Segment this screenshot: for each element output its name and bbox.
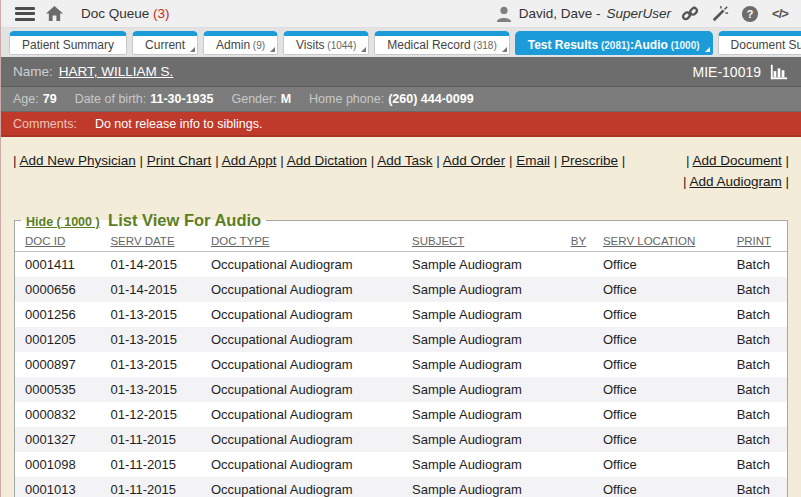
- col-header-subject[interactable]: SUBJECT: [402, 230, 561, 252]
- help-icon[interactable]: ?: [739, 3, 761, 25]
- tab-current[interactable]: Current: [132, 31, 198, 55]
- cell-by: [561, 277, 593, 302]
- user-icon: [495, 5, 513, 23]
- tab-document-summary[interactable]: Document Summary (3267): [718, 31, 801, 55]
- cell-serv-date: 01-11-2015: [100, 452, 201, 477]
- add-order-link[interactable]: Add Order: [443, 153, 505, 168]
- tab-label: Visits (1044): [296, 38, 356, 52]
- cell-doc-type: Occupational Audiogram: [201, 302, 402, 327]
- home-phone-field: Home phone:(260) 444-0099: [309, 92, 474, 106]
- tab-dropdown-arrow[interactable]: [270, 47, 275, 52]
- cell-serv-location: Office: [593, 402, 727, 427]
- table-row[interactable]: 000120501-13-2015Occupational AudiogramS…: [15, 327, 787, 352]
- doc-queue-count: (3): [153, 6, 170, 21]
- cell-serv-date: 01-13-2015: [100, 352, 201, 377]
- email-link[interactable]: Email: [516, 153, 550, 168]
- comments-bar: Comments: Do not release info to sibling…: [1, 112, 801, 137]
- wand-icon[interactable]: [709, 3, 731, 25]
- col-header-doc-type[interactable]: DOC TYPE: [201, 230, 402, 252]
- doc-queue-link[interactable]: Doc Queue (3): [81, 6, 170, 21]
- cell-print: Batch: [727, 352, 787, 377]
- audio-list-legend: Hide ( 1000 ) List View For Audio: [21, 211, 266, 230]
- cell-doc-id: 0001098: [15, 452, 100, 477]
- add-document-link[interactable]: Add Document: [692, 153, 781, 168]
- prescribe-link[interactable]: Prescribe: [561, 153, 618, 168]
- col-header-by[interactable]: BY: [561, 230, 593, 252]
- table-row[interactable]: 000132701-11-2015Occupational AudiogramS…: [15, 427, 787, 452]
- link-icon[interactable]: [679, 3, 701, 25]
- patient-name-bar: Name: HART, WILLIAM S. MIE-10019: [1, 57, 801, 87]
- tab-medical-record[interactable]: Medical Record (318): [374, 31, 510, 55]
- tab-test-results[interactable]: Test Results (2081):Audio (1000): [515, 31, 713, 55]
- cell-serv-location: Office: [593, 352, 727, 377]
- cell-doc-id: 0001411: [15, 251, 100, 277]
- table-row[interactable]: 000125601-13-2015Occupational AudiogramS…: [15, 302, 787, 327]
- table-header-row: DOC IDSERV DATEDOC TYPESUBJECTBYSERV LOC…: [15, 230, 787, 252]
- flowsheet-chart-icon[interactable]: [769, 63, 789, 81]
- tab-dropdown-arrow[interactable]: [361, 47, 366, 52]
- patient-name-link[interactable]: HART, WILLIAM S.: [59, 64, 174, 79]
- table-row[interactable]: 000101301-11-2015Occupational AudiogramS…: [15, 477, 787, 497]
- table-row[interactable]: 000141101-14-2015Occupational AudiogramS…: [15, 251, 787, 277]
- cell-doc-id: 0001013: [15, 477, 100, 497]
- cell-print: Batch: [727, 402, 787, 427]
- table-row[interactable]: 000053501-13-2015Occupational AudiogramS…: [15, 377, 787, 402]
- cell-serv-date: 01-11-2015: [100, 427, 201, 452]
- cell-by: [561, 427, 593, 452]
- tab-dropdown-arrow[interactable]: [502, 47, 507, 52]
- chart-id: MIE-10019: [693, 64, 761, 80]
- add-appt-link[interactable]: Add Appt: [222, 153, 277, 168]
- col-header-serv-date[interactable]: SERV DATE: [100, 230, 201, 252]
- topbar: Doc Queue (3) David, Dave - SuperUser ? …: [1, 0, 801, 28]
- user-role: SuperUser: [606, 6, 671, 21]
- col-header-serv-location[interactable]: SERV LOCATION: [593, 230, 727, 252]
- tab-dropdown-arrow[interactable]: [705, 47, 710, 52]
- user-menu[interactable]: David, Dave - SuperUser: [495, 5, 671, 23]
- tab-visits[interactable]: Visits (1044): [283, 31, 369, 55]
- cell-doc-type: Occupational Audiogram: [201, 427, 402, 452]
- col-header-doc-id[interactable]: DOC ID: [15, 230, 100, 252]
- add-audiogram-link[interactable]: Add Audiogram: [689, 174, 781, 189]
- print-chart-link[interactable]: Print Chart: [147, 153, 212, 168]
- cell-subject: Sample Audiogram: [402, 477, 561, 497]
- cell-print: Batch: [727, 427, 787, 452]
- tab-label: Medical Record (318): [387, 38, 497, 52]
- cell-doc-type: Occupational Audiogram: [201, 277, 402, 302]
- tab-admin[interactable]: Admin (9): [203, 31, 278, 55]
- cell-doc-id: 0000535: [15, 377, 100, 402]
- cell-serv-date: 01-11-2015: [100, 477, 201, 497]
- add-dictation-link[interactable]: Add Dictation: [287, 153, 367, 168]
- audio-list-section: Hide ( 1000 ) List View For Audio DOC ID…: [14, 211, 788, 497]
- table-row[interactable]: 000089701-13-2015Occupational AudiogramS…: [15, 352, 787, 377]
- menu-icon[interactable]: [15, 7, 35, 21]
- tab-label: Current: [145, 38, 185, 52]
- cell-serv-date: 01-13-2015: [100, 377, 201, 402]
- add-new-physician-link[interactable]: Add New Physician: [20, 153, 136, 168]
- hide-link[interactable]: Hide ( 1000 ): [26, 215, 100, 229]
- cell-by: [561, 302, 593, 327]
- cell-doc-type: Occupational Audiogram: [201, 377, 402, 402]
- table-row[interactable]: 000065601-14-2015Occupational AudiogramS…: [15, 277, 787, 302]
- comments-text: Do not release info to siblings.: [95, 117, 262, 131]
- home-icon[interactable]: [43, 3, 65, 25]
- dob-field: Date of birth:11-30-1935: [75, 92, 214, 106]
- action-links-right: | Add Document || Add Audiogram |: [683, 151, 789, 193]
- tab-patient-summary[interactable]: Patient Summary: [9, 31, 127, 55]
- action-line: | Add Document |: [683, 151, 789, 172]
- cell-subject: Sample Audiogram: [402, 302, 561, 327]
- code-icon[interactable]: </>: [769, 3, 791, 25]
- table-row[interactable]: 000109801-11-2015Occupational AudiogramS…: [15, 452, 787, 477]
- cell-print: Batch: [727, 477, 787, 497]
- tab-label: Test Results (2081):Audio (1000): [528, 38, 700, 52]
- app-root: Doc Queue (3) David, Dave - SuperUser ? …: [0, 0, 801, 497]
- cell-subject: Sample Audiogram: [402, 327, 561, 352]
- cell-print: Batch: [727, 302, 787, 327]
- col-header-print[interactable]: PRINT: [727, 230, 787, 252]
- cell-serv-location: Office: [593, 377, 727, 402]
- table-row[interactable]: 000083201-12-2015Occupational AudiogramS…: [15, 402, 787, 427]
- tab-dropdown-arrow[interactable]: [190, 47, 195, 52]
- list-view-title: List View For Audio: [108, 211, 261, 229]
- action-line: | Add Audiogram |: [683, 172, 789, 193]
- cell-by: [561, 402, 593, 427]
- add-task-link[interactable]: Add Task: [377, 153, 432, 168]
